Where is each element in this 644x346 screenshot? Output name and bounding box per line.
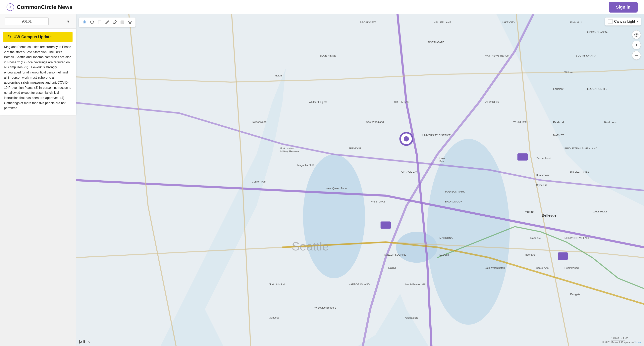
place-lake-city: LAKE CITY	[502, 21, 515, 24]
sign-in-button[interactable]: Sign in	[609, 2, 638, 12]
chevron-down-icon: ▾	[637, 20, 638, 23]
news-body: King and Pierce counties are currently i…	[0, 44, 76, 115]
place-medina: Medina	[525, 210, 534, 213]
svg-point-13	[404, 136, 409, 142]
eraser-tool[interactable]	[112, 19, 118, 25]
bing-logo-icon	[79, 340, 82, 344]
place-market: MARKET	[553, 134, 564, 137]
place-fremont: FREMONT	[348, 147, 361, 150]
svg-rect-9	[380, 221, 391, 229]
bing-label: Bing	[83, 340, 90, 344]
scale-bar: 1 miles ≈ 1 km	[611, 337, 628, 341]
polygon-tool[interactable]	[89, 19, 95, 25]
svg-marker-5	[360, 14, 644, 346]
main-container: ▾ UW Campus Update King and Pierce count…	[0, 14, 644, 346]
place-westlake: WESTLAKE	[371, 200, 385, 203]
my-location-button[interactable]	[632, 30, 641, 39]
place-madrona: MADRONA	[439, 237, 452, 240]
place-clyde-hill: Clyde Hill	[536, 184, 547, 187]
map-container[interactable]: BROADVIEW HALLER LAKE LAKE CITY FINN HIL…	[76, 14, 644, 346]
place-yarrow: Yarrow Point	[536, 157, 550, 160]
scale-label: 1 miles	[611, 337, 619, 340]
place-northgate: NORTHGATE	[428, 41, 444, 44]
place-matthews-beach: MATTHEWS BEACH	[485, 54, 509, 57]
svg-point-15	[84, 22, 85, 22]
place-broadview: BROADVIEW	[360, 21, 376, 24]
map-roads-svg	[76, 14, 644, 346]
place-w-seattle-bridge: W Seattle Bridge E	[314, 306, 336, 309]
place-sodo: SODO	[388, 266, 396, 269]
place-genesee-e: GENESEE	[405, 316, 418, 319]
place-blue-ridge: BLUE RIDGE	[320, 54, 336, 57]
scale-label-km: ≈ 1 km	[621, 337, 628, 340]
map-labels: BROADVIEW HALLER LAKE LAKE CITY FINN HIL…	[76, 14, 644, 346]
place-north-beacon: North Beacon Hill	[405, 283, 426, 286]
place-north-juanita: NORTH JUANITA	[587, 31, 608, 34]
terms-link[interactable]: Terms	[634, 341, 641, 344]
bing-watermark: Bing	[79, 340, 90, 344]
svg-point-8	[396, 232, 437, 263]
place-west-woodland: West Woodland	[366, 120, 384, 123]
zip-search-input[interactable]	[5, 17, 48, 25]
place-lake-washington: Lake Washington	[485, 266, 505, 269]
sidebar: ▾ UW Campus Update King and Pierce count…	[0, 14, 76, 115]
place-union-bay: UnionBay	[439, 157, 446, 163]
svg-marker-21	[128, 21, 132, 23]
place-lake-hills: LAKE HILLS	[593, 210, 607, 213]
place-redmond: Redmond	[604, 120, 617, 124]
canvas-swatch	[608, 19, 612, 24]
place-magnolia: Magnolia Bluff	[297, 164, 314, 167]
svg-rect-2	[76, 14, 644, 346]
zoom-out-button[interactable]	[632, 51, 641, 60]
svg-rect-17	[98, 21, 101, 24]
place-robinswood: Robinswood	[564, 266, 579, 269]
place-green-lake: GREEN LAKE	[394, 100, 410, 103]
edit-tool[interactable]	[119, 19, 126, 25]
place-view-ridge: VIEW RIDGE	[485, 100, 500, 103]
place-earlmont: Earlmont	[553, 87, 564, 90]
place-madison-park: MADISON PARK	[445, 190, 465, 193]
place-lawtonwood: Lawtonwood	[252, 120, 266, 123]
place-willows: Willows	[564, 71, 573, 74]
collapse-button[interactable]: ▾	[66, 18, 71, 25]
place-carlton-park: Carlton Park	[252, 180, 266, 183]
area-tool[interactable]	[96, 19, 103, 25]
zoom-in-button[interactable]	[632, 41, 641, 49]
place-roanoke: Roanoke	[530, 237, 541, 240]
place-windermere: WINDERMERE	[513, 120, 531, 123]
svg-point-7	[427, 139, 510, 325]
location-pin-tool[interactable]	[81, 19, 88, 25]
place-pioneer-square: PIONEER SQUARE	[382, 253, 406, 256]
place-north-admiral: North Admiral	[269, 283, 285, 286]
place-fort-lawton: Fort LawtonMilitary Reserve	[280, 147, 299, 153]
svg-marker-4	[205, 14, 478, 346]
place-metum: Metum	[274, 74, 282, 77]
header-left: CommonCircle News	[6, 3, 72, 11]
place-west-queen-anne: West Queen Anne	[326, 187, 347, 190]
logo-icon	[6, 3, 14, 11]
place-university-district: UNIVERSITY DISTRICT	[422, 134, 450, 137]
seattle-label: Seattle	[292, 240, 329, 253]
canvas-label: Canvas Light	[614, 19, 635, 24]
canvas-light-selector[interactable]: Canvas Light ▾	[605, 17, 641, 25]
map-toolbar	[79, 17, 136, 27]
news-item-header: UW Campus Update	[3, 32, 72, 42]
place-south-juanita: SOUTH JUANITA	[576, 54, 596, 57]
place-leschi: LESCHI	[439, 253, 449, 256]
scale-line	[611, 340, 625, 341]
layers-tool[interactable]	[127, 19, 133, 25]
place-bridle-trails-kb: BRIDLE TRAILS	[570, 170, 589, 173]
pencil-tool[interactable]	[104, 19, 110, 25]
copyright-text: © 2020 Microsoft Corporation	[602, 341, 634, 344]
svg-rect-10	[518, 153, 528, 160]
map-copyright: © 2020 Microsoft Corporation Terms	[602, 341, 641, 344]
place-portage-bay: PORTAGE BAY	[400, 170, 418, 173]
place-haller-lake: HALLER LAKE	[434, 21, 451, 24]
bell-icon	[7, 35, 12, 39]
svg-rect-11	[558, 252, 568, 260]
place-moorland: Moorland	[525, 253, 536, 256]
place-broadmoor: BROADMOOR	[445, 200, 462, 203]
svg-point-12	[400, 133, 412, 145]
svg-marker-18	[113, 20, 116, 24]
map-controls	[632, 30, 641, 60]
